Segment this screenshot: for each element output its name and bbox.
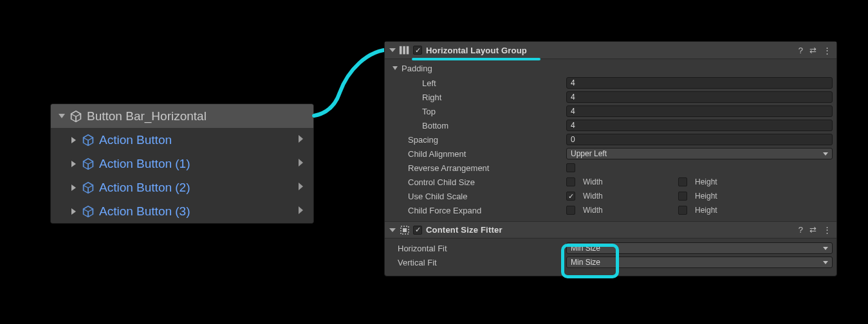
use-child-scale-label: Use Child Scale — [389, 192, 566, 201]
padding-top-input[interactable] — [566, 105, 833, 117]
foldout-closed-icon[interactable] — [71, 208, 76, 215]
prefab-icon — [81, 181, 95, 195]
reverse-arrangement-checkbox[interactable] — [566, 163, 575, 172]
prefab-icon — [81, 157, 95, 171]
hlg-component-icon — [399, 45, 411, 55]
height-label: Height — [695, 192, 717, 201]
foldout-open-icon[interactable] — [59, 114, 65, 118]
horizontal-fit-label: Horizontal Fit — [389, 244, 566, 253]
force-expand-width-checkbox[interactable] — [566, 206, 575, 215]
force-expand-height-checkbox[interactable] — [678, 206, 687, 215]
child-force-expand-row: Child Force Expand Width Height — [389, 203, 833, 217]
child-force-expand-label: Child Force Expand — [389, 206, 566, 215]
svg-rect-4 — [403, 228, 407, 232]
spacing-input[interactable] — [566, 134, 833, 145]
hierarchy-child-label: Action Button (1) — [99, 157, 190, 171]
width-label: Width — [583, 206, 603, 215]
hierarchy-row-child[interactable]: Action Button — [51, 128, 313, 152]
padding-bottom-input[interactable] — [566, 120, 833, 131]
use-scale-height-checkbox[interactable] — [678, 192, 687, 201]
component-title: Content Size Fitter — [426, 225, 503, 235]
foldout-closed-icon[interactable] — [71, 184, 76, 191]
hierarchy-panel: Button Bar_Horizontal Action Button Acti… — [50, 104, 314, 224]
padding-right-input[interactable] — [566, 91, 833, 103]
annotation-box — [561, 244, 619, 278]
svg-rect-1 — [403, 46, 405, 55]
component-header-hlg[interactable]: Horizontal Layout Group ? ⇄ ⋮ — [385, 42, 836, 59]
width-label: Width — [583, 177, 603, 186]
foldout-closed-icon[interactable] — [71, 137, 76, 143]
child-alignment-label: Child Alignment — [389, 149, 566, 159]
prefab-icon — [81, 204, 95, 219]
child-alignment-row: Child Alignment Upper Left — [389, 147, 833, 161]
annotation-underline — [412, 58, 540, 60]
component-foldout-icon[interactable] — [389, 48, 396, 52]
hierarchy-row-parent[interactable]: Button Bar_Horizontal — [51, 104, 313, 128]
padding-right-row: Right — [389, 90, 833, 104]
hierarchy-parent-label: Button Bar_Horizontal — [87, 109, 207, 123]
component-menu-icon[interactable]: ⋮ — [823, 225, 831, 235]
foldout-open-icon — [392, 66, 398, 70]
component-title: Horizontal Layout Group — [426, 46, 527, 55]
preset-icon[interactable]: ⇄ — [809, 46, 817, 55]
inspector-panel: Horizontal Layout Group ? ⇄ ⋮ Padding Le… — [384, 41, 837, 276]
padding-top-label: Top — [389, 107, 566, 116]
help-icon[interactable]: ? — [799, 225, 803, 235]
padding-left-row: Left — [389, 76, 833, 90]
component-header-csf[interactable]: Content Size Fitter ? ⇄ ⋮ — [385, 221, 836, 239]
svg-rect-0 — [400, 46, 402, 55]
padding-left-label: Left — [389, 78, 566, 88]
reverse-arrangement-row: Reverse Arrangement — [389, 161, 833, 175]
use-scale-width-checkbox[interactable] — [566, 192, 575, 201]
control-height-checkbox[interactable] — [678, 177, 687, 186]
padding-right-label: Right — [389, 93, 566, 102]
padding-label: Padding — [402, 64, 432, 73]
control-width-checkbox[interactable] — [566, 177, 575, 186]
hierarchy-child-label: Action Button (2) — [99, 181, 190, 195]
control-child-size-row: Control Child Size Width Height — [389, 175, 833, 189]
component-enabled-checkbox[interactable] — [413, 46, 422, 55]
open-prefab-icon[interactable] — [298, 206, 304, 217]
spacing-row: Spacing — [389, 132, 833, 147]
hierarchy-child-label: Action Button — [99, 133, 172, 147]
child-alignment-dropdown[interactable]: Upper Left — [566, 148, 833, 159]
foldout-closed-icon[interactable] — [71, 161, 76, 167]
open-prefab-icon[interactable] — [298, 158, 304, 169]
padding-top-row: Top — [389, 104, 833, 118]
component-foldout-icon[interactable] — [389, 228, 396, 232]
gameobject-icon — [69, 109, 83, 123]
hierarchy-row-child[interactable]: Action Button (2) — [51, 176, 313, 199]
component-menu-icon[interactable]: ⋮ — [823, 46, 831, 55]
open-prefab-icon[interactable] — [298, 182, 304, 193]
control-child-size-label: Control Child Size — [389, 177, 566, 187]
component-enabled-checkbox[interactable] — [413, 226, 422, 235]
padding-bottom-row: Bottom — [389, 118, 833, 132]
reverse-arrangement-label: Reverse Arrangement — [389, 163, 566, 173]
height-label: Height — [695, 206, 717, 215]
csf-component-icon — [399, 225, 411, 235]
use-child-scale-row: Use Child Scale Width Height — [389, 189, 833, 203]
padding-left-input[interactable] — [566, 77, 833, 89]
hierarchy-row-child[interactable]: Action Button (1) — [51, 152, 313, 176]
prefab-icon — [81, 133, 95, 147]
help-icon[interactable]: ? — [799, 46, 803, 55]
preset-icon[interactable]: ⇄ — [809, 225, 817, 235]
width-label: Width — [583, 192, 603, 201]
padding-bottom-label: Bottom — [389, 121, 566, 130]
padding-foldout[interactable]: Padding — [389, 60, 833, 76]
height-label: Height — [695, 177, 717, 186]
svg-rect-2 — [407, 46, 409, 55]
hierarchy-child-label: Action Button (3) — [99, 204, 190, 219]
vertical-fit-label: Vertical Fit — [389, 258, 566, 267]
hlg-body: Padding Left Right Top Bottom Spacing Ch… — [385, 59, 836, 221]
hierarchy-row-child[interactable]: Action Button (3) — [51, 199, 313, 223]
spacing-label: Spacing — [389, 135, 566, 145]
open-prefab-icon[interactable] — [298, 134, 304, 145]
